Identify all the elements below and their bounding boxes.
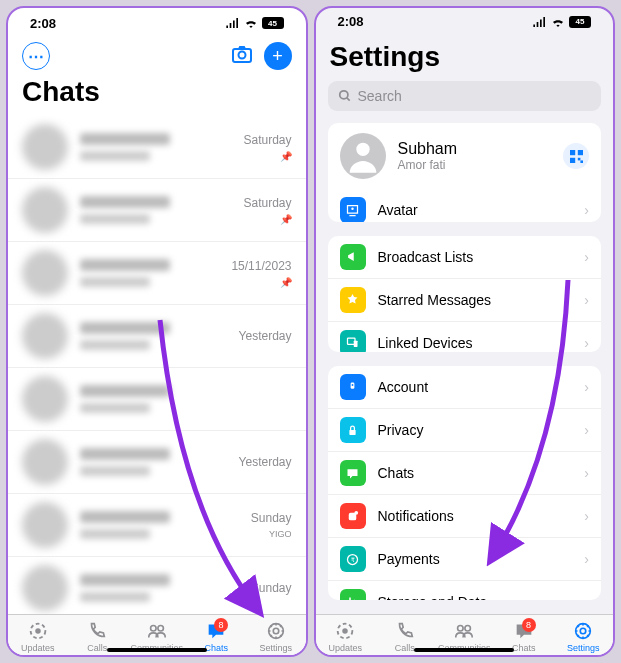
chat-msg-blur (80, 340, 150, 350)
tab-label: Calls (395, 643, 415, 653)
chat-msg-blur (80, 151, 150, 161)
battery-icon: 45 (262, 17, 284, 29)
chat-row[interactable]: 15/11/2023 📌 (8, 242, 306, 305)
svg-rect-13 (577, 158, 580, 161)
chevron-right-icon: › (584, 422, 589, 438)
search-placeholder: Search (358, 88, 402, 104)
updates-icon (27, 620, 49, 642)
chevron-right-icon: › (584, 202, 589, 218)
chat-row[interactable]: Yesterday (8, 431, 306, 494)
profile-status: Amor fati (398, 158, 564, 172)
svg-point-9 (356, 143, 369, 156)
svg-point-8 (339, 91, 347, 99)
payments-icon: ₹ (340, 546, 366, 572)
settings-section-2: Broadcast Lists › Starred Messages › Lin… (328, 236, 602, 353)
chat-time: Yesterday (239, 329, 292, 343)
settings-row-chats[interactable]: Chats › (328, 451, 602, 494)
chat-name-blur (80, 259, 170, 271)
chat-time: Yesterday (239, 455, 292, 469)
tab-updates[interactable]: Updates (8, 620, 68, 653)
status-icons: 45 (533, 16, 591, 28)
starred-messages-icon (340, 287, 366, 313)
settings-label: Account (378, 379, 585, 395)
home-indicator (414, 648, 514, 652)
chat-avatar (22, 502, 68, 548)
chat-row[interactable]: Sunday YIGO (8, 494, 306, 557)
tab-settings[interactable]: Settings (246, 620, 306, 653)
communities-icon (453, 620, 475, 642)
svg-point-27 (458, 626, 464, 632)
svg-rect-20 (349, 429, 355, 434)
chat-row[interactable]: Saturday 📌 (8, 116, 306, 179)
svg-rect-14 (580, 160, 583, 163)
svg-point-22 (354, 510, 358, 514)
chat-avatar (22, 376, 68, 422)
chat-row[interactable]: Saturday 📌 (8, 179, 306, 242)
tab-label: Updates (328, 643, 362, 653)
page-title: Chats (8, 70, 306, 116)
settings-row-notifications[interactable]: Notifications › (328, 494, 602, 537)
chat-name-blur (80, 385, 170, 397)
settings-row-linked-devices[interactable]: Linked Devices › (328, 321, 602, 353)
chevron-right-icon: › (584, 465, 589, 481)
tab-updates[interactable]: Updates (316, 620, 376, 653)
chat-time: Saturday (243, 196, 291, 210)
unread-badge: 8 (214, 618, 228, 632)
page-title: Settings (316, 35, 614, 81)
new-chat-button[interactable]: + (264, 42, 292, 70)
chat-avatar (22, 124, 68, 170)
settings-row-avatar[interactable]: Avatar › (328, 189, 602, 221)
settings-row-account[interactable]: Account › (328, 366, 602, 408)
svg-rect-12 (570, 158, 575, 163)
chevron-right-icon: › (584, 508, 589, 524)
camera-icon[interactable] (230, 42, 254, 66)
unread-badge: 8 (522, 618, 536, 632)
chat-row[interactable]: Yesterday (8, 305, 306, 368)
tab-settings[interactable]: Settings (554, 620, 614, 653)
status-bar: 2:08 45 (316, 8, 614, 35)
more-icon[interactable]: ⋯ (22, 42, 50, 70)
chat-name-blur (80, 133, 170, 145)
status-time: 2:08 (338, 14, 364, 29)
chat-list[interactable]: Saturday 📌 Saturday 📌 15/11/2023 📌 (8, 116, 306, 614)
search-input[interactable]: Search (328, 81, 602, 111)
settings-label: Storage and Data (378, 594, 585, 600)
calls-icon (394, 620, 416, 642)
settings-row-storage-and-data[interactable]: Storage and Data › (328, 580, 602, 600)
updates-icon (334, 620, 356, 642)
settings-section-3: Account › Privacy › Chats › Notification… (328, 366, 602, 600)
settings-row-broadcast-lists[interactable]: Broadcast Lists › (328, 236, 602, 278)
tab-label: Settings (259, 643, 292, 653)
tab-label: Settings (567, 643, 600, 653)
settings-row-privacy[interactable]: Privacy › (328, 408, 602, 451)
chat-meta: Yesterday (239, 455, 292, 469)
settings-label: Privacy (378, 422, 585, 438)
svg-point-5 (158, 626, 164, 632)
chat-name-blur (80, 196, 170, 208)
chevron-right-icon: › (584, 249, 589, 265)
pin-icon: 📌 (280, 151, 292, 162)
settings-row-payments[interactable]: ₹ Payments › (328, 537, 602, 580)
profile-row[interactable]: Subham Amor fati (328, 123, 602, 189)
status-time: 2:08 (30, 16, 56, 31)
settings-row-starred-messages[interactable]: Starred Messages › (328, 278, 602, 321)
svg-point-3 (35, 628, 41, 634)
storage-and-data-icon (340, 589, 366, 600)
battery-icon: 45 (569, 16, 591, 28)
chat-meta: Yesterday (239, 329, 292, 343)
settings-label: Linked Devices (378, 335, 585, 351)
chevron-right-icon: › (584, 594, 589, 600)
tab-label: Chats (204, 643, 228, 653)
qr-icon[interactable] (563, 143, 589, 169)
settings-label: Payments (378, 551, 585, 567)
status-icons: 45 (226, 17, 284, 29)
chat-msg-blur (80, 403, 150, 413)
svg-point-7 (273, 628, 279, 634)
chat-row[interactable]: Sunday (8, 557, 306, 614)
pin-icon: 📌 (280, 277, 292, 288)
chat-meta: 15/11/2023 📌 (231, 259, 291, 288)
chat-row[interactable] (8, 368, 306, 431)
chat-name-blur (80, 322, 170, 334)
svg-point-15 (351, 207, 354, 210)
chevron-right-icon: › (584, 292, 589, 308)
